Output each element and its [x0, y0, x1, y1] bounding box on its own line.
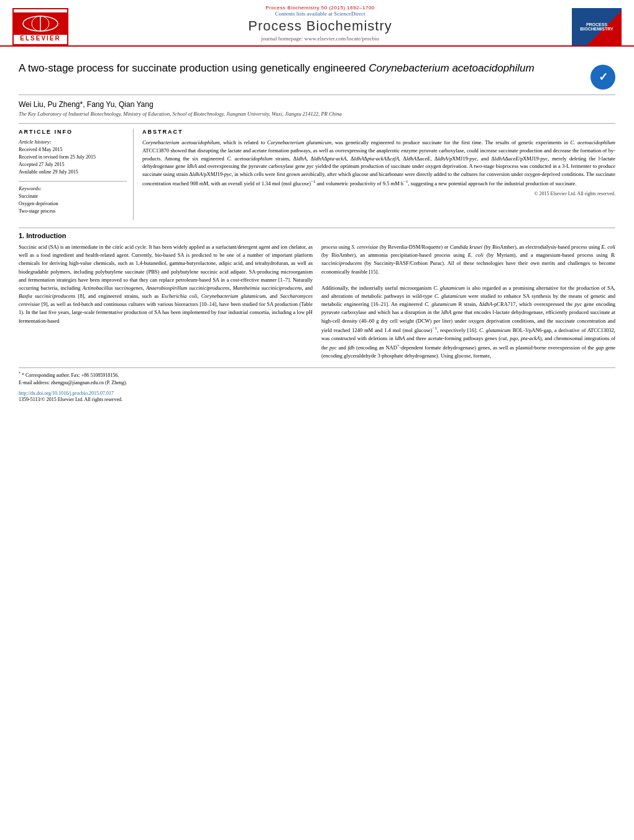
available-online-date: Available online 29 July 2015 — [19, 168, 127, 176]
intro-col-left: Succinic acid (SA) is an intermediate in… — [19, 243, 313, 360]
sciencedirect-text: Contents lists available at ScienceDirec… — [68, 11, 572, 17]
article-info-column: ARTICLE INFO Article history: Received 4… — [19, 129, 134, 220]
intro-text-right: process using S. cerevisiae (by Reverdia… — [321, 243, 615, 360]
article-body: A two-stage process for succinate produc… — [0, 47, 634, 416]
accepted-date: Accepted 27 July 2015 — [19, 161, 127, 168]
process-biochemistry-logo: PROCESS BIOCHEMISTRY — [572, 8, 622, 45]
two-column-section: ARTICLE INFO Article history: Received 4… — [19, 123, 615, 220]
abstract-text: Corynebacterium acetoacidophilum, which … — [142, 139, 615, 187]
elsevier-logo: ELSEVIER — [12, 8, 68, 45]
authors: Wei Liu, Pu Zheng*, Fang Yu, Qian Yang — [19, 100, 615, 109]
journal-name: Process Biochemistry — [68, 18, 572, 34]
abstract-column: ABSTRACT Corynebacterium acetoacidophilu… — [142, 129, 615, 220]
intro-two-col: Succinic acid (SA) is an intermediate in… — [19, 243, 615, 360]
intro-text-left: Succinic acid (SA) is an intermediate in… — [19, 243, 313, 325]
keyword-succinate: Succinate — [19, 193, 127, 200]
issn-copyright: 1359-5113/© 2015 Elsevier Ltd. All right… — [19, 396, 615, 404]
crossmark-badge: ✓ — [590, 65, 615, 90]
email-address: E-mail address: zhengpu@jiangnan.edu.cn … — [19, 379, 615, 387]
divider — [19, 181, 127, 182]
journal-label: Process Biochemistry 50 (2015) 1692–1700 — [68, 4, 572, 11]
header-center: Process Biochemistry 50 (2015) 1692–1700… — [68, 4, 572, 45]
journal-header: ELSEVIER Process Biochemistry 50 (2015) … — [0, 0, 634, 47]
received-revised-date: Received in revised form 25 July 2015 — [19, 154, 127, 161]
received-date: Received 4 May 2015 — [19, 146, 127, 154]
keywords-label: Keywords: — [19, 185, 127, 192]
copyright: © 2015 Elsevier Ltd. All rights reserved… — [142, 191, 615, 196]
doi-link[interactable]: http://dx.doi.org/10.1016/j.procbio.2015… — [19, 390, 114, 396]
affiliation: The Key Laboratory of Industrial Biotech… — [19, 111, 615, 117]
footer-notes: * * Corresponding author. Fax: +86 51085… — [19, 367, 615, 404]
article-info-header: ARTICLE INFO — [19, 129, 127, 135]
keywords-block: Keywords: Succinate Oxygen deprivation T… — [19, 185, 127, 215]
title-section: A two-stage process for succinate produc… — [19, 62, 615, 95]
introduction-section: 1. Introduction Succinic acid (SA) is an… — [19, 228, 615, 360]
abstract-header: ABSTRACT — [142, 129, 615, 135]
section-title: 1. Introduction — [19, 232, 615, 239]
history-label: Article history: — [19, 139, 127, 145]
article-title: A two-stage process for succinate produc… — [19, 62, 590, 75]
corresponding-author: * * Corresponding author. Fax: +86 51085… — [19, 371, 615, 379]
keyword-process: Two-stage process — [19, 208, 127, 215]
intro-col-right: process using S. cerevisiae (by Reverdia… — [321, 243, 615, 360]
article-history: Article history: Received 4 May 2015 Rec… — [19, 139, 127, 176]
journal-homepage: journal homepage: www.elsevier.com/locat… — [68, 35, 572, 42]
keyword-oxygen: Oxygen deprivation — [19, 200, 127, 208]
